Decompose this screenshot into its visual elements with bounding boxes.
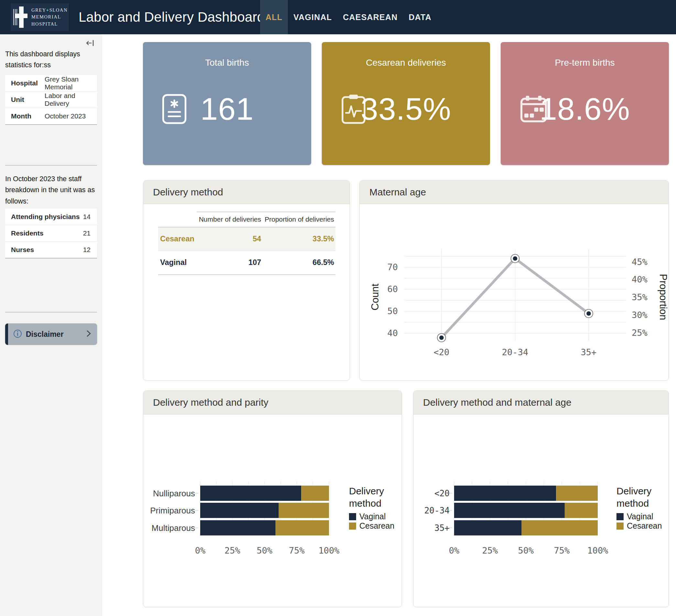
tab-all[interactable]: ALL (260, 0, 288, 34)
staff-table: Attending physicians14Residents21Nurses1… (5, 209, 97, 259)
divider (5, 165, 97, 166)
svg-text:Delivery: Delivery (349, 486, 384, 496)
row-label: Hospital (5, 79, 45, 87)
maternal-age-line-chart: 4050607025%30%35%40%45%<2020-3435+CountP… (360, 204, 669, 381)
divider (5, 312, 97, 313)
row-value: 14 (83, 213, 97, 221)
hospital-logo: GREY+SLOAN MEMORIAL HOSPITAL (11, 3, 69, 31)
table-cell: 54 (196, 227, 262, 251)
hospital-info-table: HospitalGrey Sloan MemorialUnitLabor and… (5, 75, 97, 125)
svg-text:25%: 25% (482, 546, 498, 556)
table-row: Attending physicians14 (5, 209, 97, 225)
card-delivery-age: Delivery method and maternal age <2020-3… (413, 391, 669, 607)
disclaimer-label: Disclaimer (26, 330, 63, 339)
card-title: Delivery method (143, 180, 350, 204)
valuebox-cesarean-deliveries: Cesarean deliveries 33.5% (322, 42, 490, 165)
tab-vaginal[interactable]: VAGINAL (288, 0, 337, 34)
svg-text:method: method (349, 498, 381, 509)
delivery-method-table: Number of deliveries Proportion of deliv… (158, 212, 335, 275)
svg-text:Multiparous: Multiparous (152, 523, 195, 533)
valuebox-total-births: Total births 161 (143, 42, 311, 165)
table-row: MonthOctober 2023 (5, 108, 97, 124)
valuebox-title: Pre-term births (501, 58, 669, 68)
valuebox-value: 161 (143, 91, 311, 127)
svg-text:20-34: 20-34 (425, 506, 450, 515)
svg-text:20-34: 20-34 (502, 347, 528, 357)
table-cell: Vaginal (158, 251, 196, 275)
valuebox-preterm-births: Pre-term births 18.6% (501, 42, 669, 165)
valuebox-title: Total births (143, 58, 311, 68)
navbar: GREY+SLOAN MEMORIAL HOSPITAL Labor and D… (0, 0, 676, 34)
table-cell: 107 (196, 251, 262, 275)
row-value: 21 (83, 229, 97, 237)
sidebar-collapse-icon[interactable] (86, 39, 95, 47)
card-title: Delivery method and maternal age (413, 391, 669, 414)
svg-text:<20: <20 (434, 489, 450, 498)
card-title: Delivery method and parity (143, 391, 402, 414)
svg-text:30%: 30% (632, 310, 647, 320)
row-value: October 2023 (45, 112, 86, 120)
table-row: Vaginal10766.5% (158, 251, 335, 275)
table-header-stub (158, 212, 196, 227)
table-header: Number of deliveries (196, 212, 262, 227)
svg-text:Vaginal: Vaginal (627, 512, 653, 521)
card-delivery-parity: Delivery method and parity NulliparousPr… (143, 391, 402, 607)
svg-text:50%: 50% (518, 546, 534, 556)
svg-text:25%: 25% (632, 328, 647, 338)
table-row: HospitalGrey Sloan Memorial (5, 75, 97, 92)
svg-text:Count: Count (370, 283, 381, 310)
svg-text:0%: 0% (449, 546, 460, 556)
svg-text:75%: 75% (289, 546, 305, 556)
table-cell: Cesarean (158, 227, 196, 251)
svg-text:35+: 35+ (434, 523, 450, 533)
svg-text:35+: 35+ (581, 347, 597, 357)
sidebar-intro-text: This dashboard displays statistics for:s… (5, 49, 98, 71)
svg-text:70: 70 (387, 262, 398, 272)
svg-text:0%: 0% (195, 546, 206, 556)
delivery-age-bar-chart: <2020-3435+0%25%50%75%100%Deliverymethod… (413, 414, 669, 607)
svg-text:45%: 45% (632, 257, 647, 267)
valuebox-title: Cesarean deliveries (322, 58, 490, 68)
svg-text:Cesarean: Cesarean (627, 521, 662, 530)
svg-text:50%: 50% (257, 546, 273, 556)
svg-text:50: 50 (387, 306, 398, 316)
tab-data[interactable]: DATA (403, 0, 437, 34)
brand-line: MEMORIAL (32, 14, 68, 20)
svg-text:60: 60 (387, 284, 398, 294)
table-row: Residents21 (5, 225, 97, 242)
svg-text:40: 40 (387, 328, 398, 338)
sidebar: This dashboard displays statistics for:s… (0, 34, 102, 616)
brand-line: GREY+SLOAN (32, 7, 68, 14)
staff-intro-text: In October 2023 the staff breakdown in t… (5, 173, 98, 207)
svg-text:100%: 100% (318, 546, 339, 556)
navbar-tabs: ALLVAGINALCAESAREANDATA (260, 0, 437, 34)
table-row: Cesarean5433.5% (158, 227, 335, 251)
info-icon (13, 329, 22, 339)
svg-text:40%: 40% (632, 274, 647, 284)
disclaimer-button[interactable]: Disclaimer (5, 324, 97, 345)
table-row: UnitLabor and Delivery (5, 92, 97, 108)
svg-text:75%: 75% (554, 546, 570, 556)
chevron-right-icon (86, 329, 92, 339)
valuebox-value: 33.5% (322, 91, 490, 127)
svg-text:<20: <20 (434, 347, 450, 357)
row-label: Residents (5, 229, 83, 237)
brand-line: HOSPITAL (32, 21, 68, 27)
tab-caesarean[interactable]: CAESAREAN (337, 0, 403, 34)
row-label: Attending physicians (5, 213, 83, 221)
row-value: 12 (83, 246, 97, 254)
table-header: Proportion of deliveries (262, 212, 335, 227)
row-label: Nurses (5, 246, 83, 254)
card-maternal-age: Maternal age 4050607025%30%35%40%45%<202… (359, 180, 669, 381)
svg-text:method: method (617, 498, 649, 509)
svg-text:Cesarean: Cesarean (359, 521, 394, 530)
page-title: Labor and Delivery Dashboard (78, 0, 265, 34)
dashboard-root: GREY+SLOAN MEMORIAL HOSPITAL Labor and D… (0, 0, 676, 616)
svg-text:Delivery: Delivery (617, 486, 652, 496)
card-title: Maternal age (360, 180, 669, 204)
row-value: Labor and Delivery (45, 92, 97, 107)
svg-text:Vaginal: Vaginal (359, 512, 386, 521)
svg-text:25%: 25% (224, 546, 240, 556)
hospital-cross-icon (13, 6, 28, 28)
row-label: Unit (5, 96, 45, 104)
